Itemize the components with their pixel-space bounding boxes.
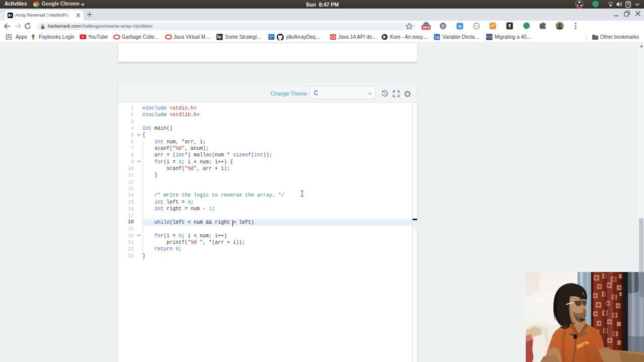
svg-text:B: B <box>458 24 461 29</box>
svg-text:TS: TS <box>435 36 439 39</box>
